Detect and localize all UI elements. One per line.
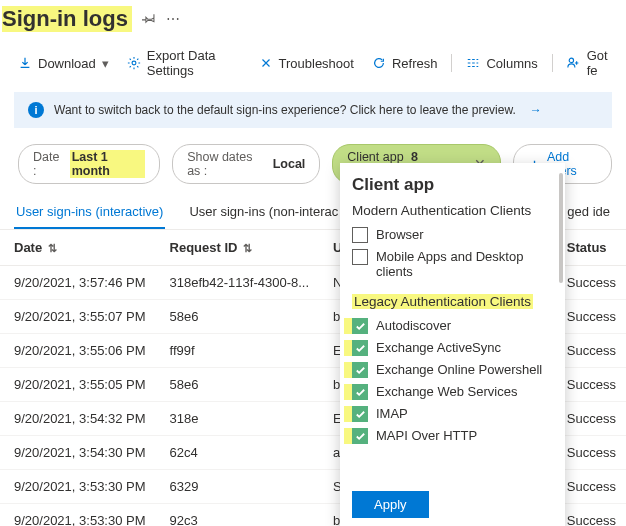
troubleshoot-label: Troubleshoot [279, 56, 354, 71]
filter-date-value: Last 1 month [72, 150, 110, 178]
cell-date: 9/20/2021, 3:53:30 PM [0, 470, 156, 504]
feedback-icon [567, 56, 581, 70]
checkbox-checked[interactable] [352, 362, 368, 378]
apply-button[interactable]: Apply [352, 491, 429, 518]
opt-mobile[interactable]: Mobile Apps and Desktop clients [352, 246, 553, 282]
opt-mapi[interactable]: MAPI Over HTTP [352, 425, 553, 447]
banner-text: Want to switch back to the default sign-… [54, 103, 516, 117]
download-label: Download [38, 56, 96, 71]
columns-icon [466, 56, 480, 70]
tab-interactive[interactable]: User sign-ins (interactive) [14, 198, 165, 229]
cell-date: 9/20/2021, 3:55:06 PM [0, 334, 156, 368]
svg-point-1 [569, 58, 573, 62]
cell-date: 9/20/2021, 3:53:30 PM [0, 504, 156, 527]
info-icon: i [28, 102, 44, 118]
feedback-label: Got fe [587, 48, 612, 78]
cell-date: 9/20/2021, 3:54:32 PM [0, 402, 156, 436]
checkbox-checked[interactable] [352, 406, 368, 422]
cell-request: 92c3 [156, 504, 320, 527]
refresh-button[interactable]: Refresh [372, 56, 438, 71]
columns-button[interactable]: Columns [466, 56, 537, 71]
group-legacy: Legacy Authentication Clients [352, 294, 533, 309]
opt-autodiscover-label: Autodiscover [376, 318, 451, 333]
pin-icon[interactable] [142, 11, 156, 28]
tab-managed[interactable]: ged ide [565, 198, 612, 229]
separator [451, 54, 452, 72]
chevron-down-icon: ▾ [102, 56, 109, 71]
refresh-label: Refresh [392, 56, 438, 71]
cell-request: 318efb42-113f-4300-8... [156, 266, 320, 300]
dropdown-title: Client app [352, 175, 553, 195]
download-button[interactable]: Download ▾ [18, 56, 109, 71]
opt-eas[interactable]: Exchange ActiveSync [352, 337, 553, 359]
filter-showdates-value: Local [273, 157, 306, 171]
page-title: Sign-in logs [2, 6, 132, 32]
opt-eas-label: Exchange ActiveSync [376, 340, 501, 355]
group-modern: Modern Authentication Clients [352, 203, 553, 218]
arrow-right-icon: → [530, 103, 542, 117]
opt-mobile-label: Mobile Apps and Desktop clients [376, 249, 553, 279]
client-app-dropdown: Client app Modern Authentication Clients… [340, 163, 565, 526]
opt-browser[interactable]: Browser [352, 224, 553, 246]
refresh-icon [372, 56, 386, 70]
cell-request: 6329 [156, 470, 320, 504]
cell-date: 9/20/2021, 3:55:05 PM [0, 368, 156, 402]
export-button[interactable]: Export Data Settings [127, 48, 241, 78]
sort-icon: ⇅ [48, 242, 57, 254]
checkbox-checked[interactable] [352, 318, 368, 334]
opt-eps-label: Exchange Online Powershell [376, 362, 542, 377]
cell-request: 62c4 [156, 436, 320, 470]
tab-noninteractive[interactable]: User sign-ins (non-interac [187, 198, 340, 229]
cell-date: 9/20/2021, 3:55:07 PM [0, 300, 156, 334]
separator [552, 54, 553, 72]
opt-imap-label: IMAP [376, 406, 408, 421]
more-icon[interactable]: ⋯ [166, 11, 180, 27]
cell-request: ff99f [156, 334, 320, 368]
col-request[interactable]: Request ID⇅ [156, 230, 320, 266]
checkbox-unchecked[interactable] [352, 227, 368, 243]
troubleshoot-button[interactable]: Troubleshoot [259, 56, 354, 71]
checkbox-checked[interactable] [352, 340, 368, 356]
download-icon [18, 56, 32, 70]
troubleshoot-icon [259, 56, 273, 70]
columns-label: Columns [486, 56, 537, 71]
filter-show-dates[interactable]: Show dates as : Local [172, 144, 320, 184]
opt-ews[interactable]: Exchange Web Services [352, 381, 553, 403]
opt-imap[interactable]: IMAP [352, 403, 553, 425]
opt-eps[interactable]: Exchange Online Powershell [352, 359, 553, 381]
filter-date[interactable]: Date : Last 1 month [18, 144, 160, 184]
feedback-button[interactable]: Got fe [567, 48, 612, 78]
cell-date: 9/20/2021, 3:54:30 PM [0, 436, 156, 470]
opt-browser-label: Browser [376, 227, 424, 242]
cell-request: 58e6 [156, 300, 320, 334]
checkbox-checked[interactable] [352, 384, 368, 400]
svg-point-0 [132, 61, 136, 65]
export-label: Export Data Settings [147, 48, 241, 78]
cell-date: 9/20/2021, 3:57:46 PM [0, 266, 156, 300]
checkbox-checked[interactable] [352, 428, 368, 444]
preview-banner[interactable]: i Want to switch back to the default sig… [14, 92, 612, 128]
filter-date-prefix: Date : [33, 150, 64, 178]
gear-icon [127, 56, 141, 70]
opt-ews-label: Exchange Web Services [376, 384, 517, 399]
cell-request: 318e [156, 402, 320, 436]
checkbox-unchecked[interactable] [352, 249, 368, 265]
filter-showdates-prefix: Show dates as : [187, 150, 267, 178]
opt-autodiscover[interactable]: Autodiscover [352, 315, 553, 337]
toolbar: Download ▾ Export Data Settings Troubles… [0, 38, 626, 86]
scrollbar[interactable] [559, 173, 563, 283]
sort-icon: ⇅ [243, 242, 252, 254]
cell-request: 58e6 [156, 368, 320, 402]
col-date[interactable]: Date⇅ [0, 230, 156, 266]
opt-mapi-label: MAPI Over HTTP [376, 428, 477, 443]
